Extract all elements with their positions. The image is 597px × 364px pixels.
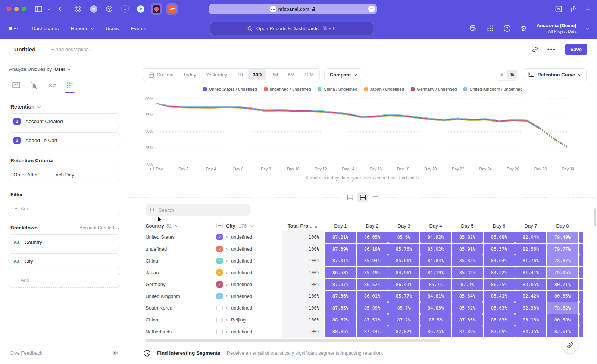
day-value-cell[interactable]: 80.68%	[547, 314, 578, 326]
tab-overview-chevron-icon[interactable]	[47, 6, 51, 10]
row-expand-icon[interactable]: ›	[226, 235, 228, 240]
target-icon[interactable]	[72, 3, 84, 15]
day-value-cell[interactable]: 84.19%	[420, 267, 451, 278]
day-value-cell[interactable]: 84.64%	[484, 255, 515, 266]
copy-link-icon[interactable]	[532, 46, 538, 53]
day-value-cell[interactable]: 85.99%	[357, 302, 388, 314]
table-search-input[interactable]	[159, 207, 246, 213]
day-value-cell[interactable]: 85.02%	[420, 244, 451, 255]
interesting-segments-bar[interactable]: Find Interesting Segments Receive an ema…	[128, 342, 597, 364]
range-today[interactable]: Today	[178, 69, 201, 80]
row-expand-icon[interactable]: ›	[226, 305, 228, 311]
share-icon[interactable]	[571, 6, 577, 13]
retention-section-label[interactable]: Retention	[10, 104, 35, 110]
day-value-cell[interactable]: 86.01%	[357, 291, 388, 302]
row-checkbox[interactable]: ✓	[216, 281, 223, 288]
row-checkbox[interactable]: ✓	[216, 269, 223, 276]
add-filter-button[interactable]: + Add	[8, 201, 120, 216]
day-value-cell[interactable]: 85.7%	[420, 279, 451, 290]
day-column-header[interactable]: Day 3	[388, 223, 419, 229]
criteria-interval[interactable]: Each Day	[52, 172, 74, 178]
day-value-cell[interactable]: 85.37%	[484, 244, 515, 255]
day-value-cell[interactable]: 85.49%	[357, 267, 388, 278]
sidebar-toggle-icon[interactable]	[35, 6, 42, 12]
day-column-header[interactable]: Day 6	[484, 223, 515, 229]
step-menu-icon[interactable]: ⋮	[109, 118, 115, 124]
day-value-cell[interactable]: 85.08%	[484, 232, 515, 243]
step-card-1[interactable]: 1 Account Created ⋮	[8, 113, 120, 129]
day-value-cell[interactable]: 85.82%	[452, 232, 483, 243]
row-checkbox[interactable]: ✓	[216, 258, 223, 264]
breakdown-card-city[interactable]: Aa City ⋮	[8, 253, 120, 269]
day-value-cell[interactable]: 87.2%	[388, 314, 419, 326]
day-value-cell[interactable]: 86.19%	[357, 244, 388, 255]
address-more-icon[interactable]: •••	[368, 6, 375, 12]
day-value-cell[interactable]: 84.32%	[484, 267, 515, 278]
day-value-cell[interactable]: 79.77%	[547, 244, 578, 255]
row-checkbox[interactable]: ✓	[216, 293, 223, 299]
day-value-cell[interactable]: 87.36%	[325, 291, 356, 302]
row-expand-icon[interactable]: ›	[226, 294, 228, 299]
day-column-header[interactable]: Day 7	[515, 223, 546, 229]
row-checkbox[interactable]	[216, 305, 223, 311]
day-value-cell[interactable]: 87.07%	[388, 326, 419, 337]
day-value-cell[interactable]: 87.21%	[325, 232, 356, 243]
city-column-header[interactable]: City 176	[216, 223, 282, 229]
day-value-cell[interactable]: 78.87%	[547, 255, 578, 266]
legend-item[interactable]: China / undefined	[318, 87, 357, 91]
day-value-cell[interactable]: 88.62%	[325, 314, 356, 326]
row-expand-icon[interactable]: ›	[226, 317, 228, 323]
day-value-cell[interactable]: 82.42%	[515, 291, 546, 302]
day-value-cell[interactable]: 82.33%	[515, 302, 546, 314]
address-bar[interactable]: mixpanel.com •••	[209, 4, 377, 14]
unit-percent-toggle[interactable]: %	[507, 70, 517, 79]
chart-only-view-icon[interactable]	[344, 192, 356, 202]
breakdown-menu-icon[interactable]: ⋮	[109, 239, 115, 245]
compare-button[interactable]: Compare	[324, 68, 362, 81]
js-icon[interactable]: JS	[119, 3, 131, 15]
legend-item[interactable]: Germany / undefined	[411, 87, 457, 91]
day-value-cell[interactable]: 85.91%	[452, 244, 483, 255]
day-value-cell[interactable]: 86.52%	[357, 279, 388, 290]
day-value-cell[interactable]: 88.85%	[325, 326, 356, 337]
day-column-header[interactable]: Day 4	[420, 223, 451, 229]
page-title[interactable]: Untitled	[14, 46, 36, 53]
settings-gear-icon[interactable]: ⚙	[521, 25, 527, 32]
soundcloud-icon[interactable]	[166, 3, 178, 15]
row-checkbox[interactable]: ✓	[216, 246, 223, 252]
total-column-header[interactable]: Total Pro...	[282, 220, 324, 231]
range-30d[interactable]: 30D	[248, 69, 266, 80]
save-button[interactable]: Save	[565, 44, 587, 55]
data-management-icon[interactable]	[469, 25, 477, 32]
day-value-cell[interactable]: 85.83%	[452, 255, 483, 266]
day-column-header[interactable]: Day 8	[547, 223, 578, 229]
day-value-cell[interactable]: 80.71%	[547, 279, 578, 290]
step-menu-icon[interactable]: ⋮	[109, 137, 115, 143]
day-value-cell[interactable]: 82.61%	[547, 326, 578, 337]
country-column-header[interactable]: Country 52	[128, 223, 216, 229]
row-checkbox[interactable]: ✓	[216, 234, 223, 240]
cube-icon[interactable]	[104, 3, 115, 15]
day-value-cell[interactable]: 85.64%	[452, 291, 483, 302]
table-search[interactable]	[146, 204, 250, 216]
retention-chart[interactable]: 0%25%50%75%100%< 1 DayDay 2Day 4Day 6Day…	[143, 95, 587, 172]
help-icon[interactable]: ?	[503, 25, 511, 32]
tab-flows[interactable]	[47, 82, 57, 93]
day-value-cell[interactable]: 83.05%	[515, 279, 546, 290]
breakdown-card-country[interactable]: Aa Country ⋮	[8, 234, 120, 250]
day-value-cell[interactable]: 84.35%	[515, 326, 546, 337]
step-event-name[interactable]: Account Created	[25, 119, 63, 124]
day-value-cell[interactable]: 87.35%	[452, 314, 483, 326]
day-value-cell[interactable]: 85.77%	[388, 291, 419, 302]
day-column-header[interactable]: Day 1	[325, 223, 356, 229]
pinned-tabs[interactable]: m JS	[72, 3, 178, 15]
day-value-cell[interactable]: 85.03%	[484, 302, 515, 314]
legend-item[interactable]: United States / undefined	[203, 87, 257, 91]
split-view-icon[interactable]	[357, 192, 369, 202]
breakdown-property[interactable]: Country	[25, 239, 42, 245]
breakdown-event-selector[interactable]: Account Created	[79, 225, 119, 230]
nav-item-reports[interactable]: Reports	[71, 26, 94, 31]
legend-item[interactable]: undefined / undefined	[264, 87, 311, 91]
select-all-checkbox[interactable]	[216, 223, 223, 229]
vertical-scrollbar[interactable]	[594, 208, 596, 226]
